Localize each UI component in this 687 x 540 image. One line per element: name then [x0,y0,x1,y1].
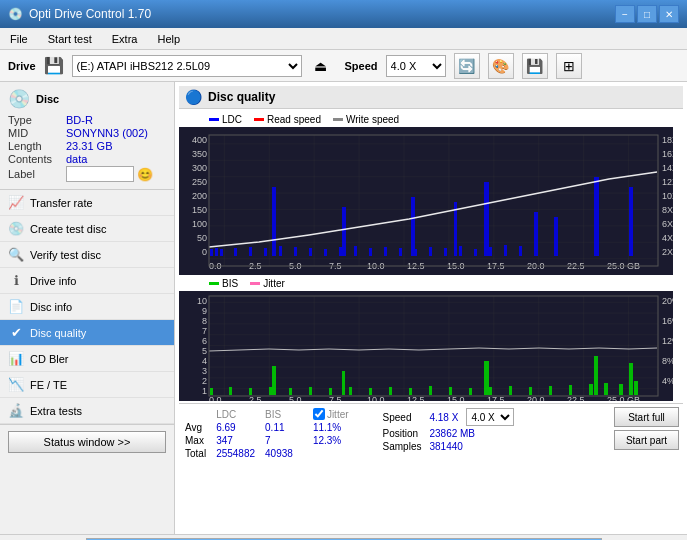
speed-select2[interactable]: 4.0 X [466,408,514,426]
app-icon: 💿 [8,7,23,21]
legend-write-speed-label: Write speed [346,114,399,125]
speed-select[interactable]: 4.0 X [386,55,446,77]
max-ldc: 347 [214,434,263,447]
close-button[interactable]: ✕ [659,5,679,23]
svg-rect-63 [209,296,658,396]
titlebar-left: 💿 Opti Drive Control 1.70 [8,7,151,21]
contents-label: Contents [8,153,66,165]
color-button[interactable]: 🎨 [488,53,514,79]
svg-rect-84 [309,387,312,395]
legend-bis-dot [209,282,219,285]
nav-create-test-disc[interactable]: 💿 Create test disc [0,216,174,242]
legend-ldc: LDC [209,114,242,125]
nav-disc-quality[interactable]: ✔ Disc quality [0,320,174,346]
svg-rect-25 [279,246,282,256]
mid-value: SONYNN3 (002) [66,127,148,139]
minimize-button[interactable]: − [615,5,635,23]
svg-text:12%: 12% [662,336,673,346]
legend-ldc-dot [209,118,219,121]
svg-text:8: 8 [202,316,207,326]
svg-rect-87 [369,388,372,395]
samples-value: 381440 [425,440,518,453]
stats-area: LDC BIS Jitter Avg 6.69 0.11 [179,403,683,460]
length-label: Length [8,140,66,152]
main-container: 💿 Disc Type BD-R MID SONYNN3 (002) Lengt… [0,82,687,534]
legend-write-speed: Write speed [333,114,399,125]
chart1-svg: 400 350 300 250 200 150 100 50 0 18X 16X… [179,127,673,275]
svg-rect-20 [215,248,218,256]
save-button[interactable]: 💾 [522,53,548,79]
start-part-button[interactable]: Start part [614,430,679,450]
length-value: 23.31 GB [66,140,112,152]
speed-label: Speed [379,407,426,427]
svg-rect-97 [569,385,572,395]
start-full-button[interactable]: Start full [614,407,679,427]
nav-drive-info[interactable]: ℹ Drive info [0,268,174,294]
speed-label: Speed [345,60,378,72]
chart2-legend: BIS Jitter [179,277,683,291]
menu-help[interactable]: Help [151,31,186,47]
menu-start-test[interactable]: Start test [42,31,98,47]
svg-rect-81 [249,388,252,395]
max-label: Max [183,434,214,447]
svg-rect-103 [342,371,345,395]
drive-select[interactable]: (E:) ATAPI iHBS212 2.5L09 [72,55,302,77]
svg-rect-27 [309,248,312,256]
jitter-checkbox[interactable] [313,408,325,420]
svg-rect-101 [634,381,638,395]
drive-icon: 💾 [44,56,64,75]
menu-file[interactable]: File [4,31,34,47]
svg-text:7: 7 [202,326,207,336]
svg-text:8X: 8X [662,205,673,215]
legend-bis: BIS [209,278,238,289]
svg-rect-26 [294,247,297,256]
status-window-button[interactable]: Status window >> [8,431,166,453]
speed-row: Speed 4.18 X 4.0 X [379,407,519,427]
nav-verify-test-disc[interactable]: 🔍 Verify test disc [0,242,174,268]
svg-text:2X: 2X [662,247,673,257]
maximize-button[interactable]: □ [637,5,657,23]
legend-read-speed: Read speed [254,114,321,125]
position-value: 23862 MB [425,427,518,440]
svg-text:6X: 6X [662,219,673,229]
nav-cd-bler-label: CD Bler [30,353,69,365]
nav-disc-info[interactable]: 📄 Disc info [0,294,174,320]
nav-cd-bler[interactable]: 📊 CD Bler [0,346,174,372]
svg-rect-47 [594,177,599,256]
col-ldc: LDC [214,407,263,421]
svg-rect-30 [354,246,357,256]
svg-rect-31 [369,248,372,256]
menu-extra[interactable]: Extra [106,31,144,47]
svg-text:300: 300 [192,163,207,173]
label-input[interactable] [66,166,134,182]
stats-row-avg: Avg 6.69 0.11 11.1% [183,421,357,434]
col-jitter: Jitter [327,409,349,420]
max-bis: 7 [263,434,301,447]
nav-create-test-disc-label: Create test disc [30,223,106,235]
svg-rect-80 [229,387,232,395]
refresh-button[interactable]: 🔄 [454,53,480,79]
fe-te-icon: 📉 [8,377,24,392]
svg-rect-21 [220,249,223,256]
statusbar: Test completed 100.0% 33:13 [0,534,687,540]
svg-text:0: 0 [202,247,207,257]
svg-text:8%: 8% [662,356,673,366]
max-jitter: 12.3% [311,434,357,447]
legend-ldc-label: LDC [222,114,242,125]
nav-transfer-rate[interactable]: 📈 Transfer rate [0,190,174,216]
avg-bis: 0.11 [263,421,301,434]
nav-extra-tests[interactable]: 🔬 Extra tests [0,398,174,424]
svg-rect-43 [342,207,346,256]
svg-text:3: 3 [202,366,207,376]
nav-verify-test-disc-label: Verify test disc [30,249,101,261]
svg-rect-44 [411,197,415,256]
svg-rect-96 [549,386,552,395]
legend-bis-label: BIS [222,278,238,289]
svg-text:10X: 10X [662,191,673,201]
svg-rect-83 [289,388,292,395]
nav-disc-quality-label: Disc quality [30,327,86,339]
label-icon[interactable]: 😊 [137,167,153,182]
grid-button[interactable]: ⊞ [556,53,582,79]
create-test-disc-icon: 💿 [8,221,24,236]
nav-fe-te[interactable]: 📉 FE / TE [0,372,174,398]
